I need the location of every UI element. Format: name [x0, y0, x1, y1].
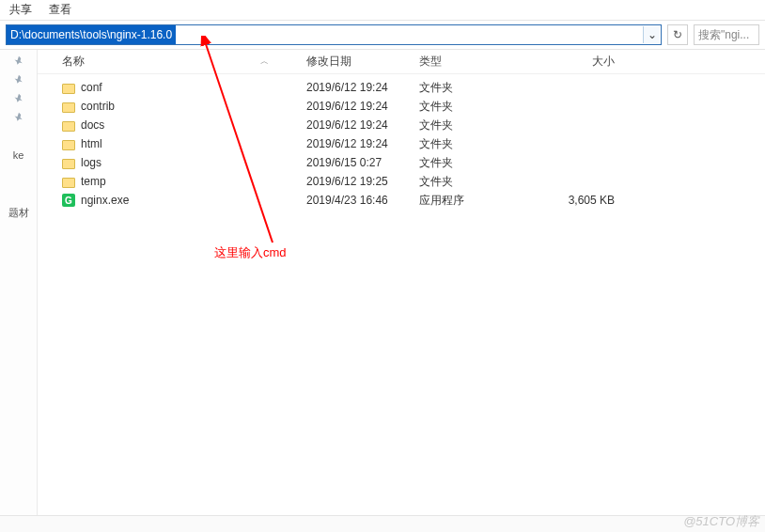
pin-icon [13, 112, 24, 123]
refresh-button[interactable]: ↻ [667, 24, 688, 45]
file-name: docs [81, 118, 104, 132]
cell-type: 文件夹 [419, 80, 532, 96]
pin-icon [13, 74, 24, 86]
cell-date: 2019/6/12 19:24 [306, 100, 419, 113]
cell-size: 3,605 KB [532, 194, 626, 207]
cell-name: temp [62, 175, 306, 188]
address-path[interactable]: D:\documents\tools\nginx-1.16.0 [7, 25, 176, 44]
search-input[interactable]: 搜索"ngi... [694, 24, 759, 45]
folder-icon [62, 84, 75, 94]
cell-date: 2019/6/12 19:24 [306, 118, 419, 132]
file-name: contrib [81, 100, 115, 113]
annotation-text: 这里输入cmd [214, 244, 287, 261]
file-name: html [81, 137, 102, 150]
pin-icon [13, 93, 24, 104]
column-headers: 名称 ︿ 修改日期 类型 大小 [38, 50, 765, 74]
cell-name: html [62, 137, 306, 150]
file-name: temp [81, 175, 106, 188]
watermark: @51CTO博客 [683, 513, 759, 530]
header-name[interactable]: 名称 ︿ [62, 54, 306, 70]
header-date[interactable]: 修改日期 [306, 54, 419, 70]
address-dropdown-button[interactable]: ⌄ [643, 26, 660, 43]
cell-name: contrib [62, 100, 306, 113]
exe-icon: G [62, 194, 75, 207]
table-row[interactable]: docs2019/6/12 19:24文件夹 [38, 116, 765, 134]
menu-view[interactable]: 查看 [49, 2, 71, 18]
cell-name: conf [62, 81, 306, 94]
table-row[interactable]: contrib2019/6/12 19:24文件夹 [38, 97, 765, 116]
menu-share[interactable]: 共享 [9, 2, 32, 18]
address-row: D:\documents\tools\nginx-1.16.0 ⌄ ↻ 搜索"n… [0, 21, 765, 49]
file-name: logs [81, 156, 101, 169]
table-row[interactable]: logs2019/6/15 0:27文件夹 [38, 153, 765, 172]
cell-date: 2019/6/12 19:24 [306, 81, 419, 94]
folder-icon [62, 159, 75, 169]
folder-icon [62, 178, 75, 188]
cell-date: 2019/6/12 19:25 [306, 175, 419, 188]
header-size[interactable]: 大小 [532, 54, 626, 70]
table-row[interactable]: html2019/6/12 19:24文件夹 [38, 134, 765, 153]
table-row[interactable]: temp2019/6/12 19:25文件夹 [38, 172, 765, 191]
cell-date: 2019/6/12 19:24 [306, 137, 419, 150]
table-row[interactable]: conf2019/6/12 19:24文件夹 [38, 78, 765, 97]
file-name: conf [81, 81, 102, 94]
cell-name: logs [62, 156, 306, 169]
cell-name: Gnginx.exe [62, 194, 306, 207]
chevron-down-icon: ⌄ [648, 28, 657, 41]
cell-type: 文件夹 [419, 155, 532, 171]
sort-caret-icon: ︿ [260, 55, 269, 68]
address-bar[interactable]: D:\documents\tools\nginx-1.16.0 ⌄ [6, 24, 662, 45]
cell-date: 2019/4/23 16:46 [306, 194, 419, 207]
folder-icon [62, 140, 75, 150]
header-type[interactable]: 类型 [419, 54, 532, 70]
file-pane: 名称 ︿ 修改日期 类型 大小 conf2019/6/12 19:24文件夹co… [38, 50, 765, 515]
table-row[interactable]: Gnginx.exe2019/4/23 16:46应用程序3,605 KB [38, 191, 765, 210]
window-menu: 共享 查看 [0, 0, 765, 21]
navigation-rail: ke 题材 [0, 50, 38, 515]
cell-type: 文件夹 [419, 136, 532, 152]
folder-icon [62, 121, 75, 132]
file-name: nginx.exe [81, 194, 129, 207]
cell-date: 2019/6/15 0:27 [306, 156, 419, 169]
main-area: ke 题材 名称 ︿ 修改日期 类型 大小 conf2019/6/12 19:2… [0, 49, 765, 515]
pin-icon [13, 55, 24, 67]
cell-type: 文件夹 [419, 99, 532, 115]
cell-name: docs [62, 118, 306, 132]
status-bar [0, 515, 765, 532]
cell-type: 文件夹 [419, 117, 532, 133]
rail-label-1: ke [13, 149, 24, 161]
refresh-icon: ↻ [673, 28, 682, 41]
cell-type: 文件夹 [419, 174, 532, 190]
file-list: conf2019/6/12 19:24文件夹contrib2019/6/12 1… [38, 74, 765, 210]
header-name-label: 名称 [62, 55, 85, 68]
cell-type: 应用程序 [419, 193, 532, 209]
rail-label-2: 题材 [8, 206, 29, 220]
folder-icon [62, 102, 75, 113]
